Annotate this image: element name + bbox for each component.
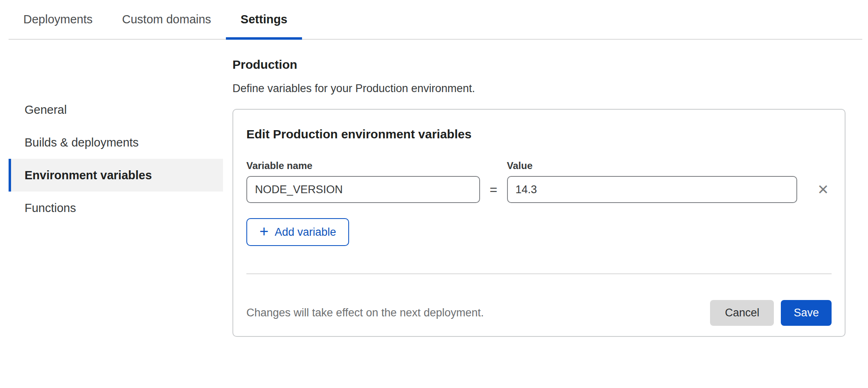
card-footer: Changes will take effect on the next dep… xyxy=(246,300,832,326)
sidebar-item-general-label: General xyxy=(25,103,67,117)
sidebar-item-builds-deployments-label: Builds & deployments xyxy=(25,136,139,149)
pages-project-settings-page: Deployments Custom domains Settings Gene… xyxy=(0,0,868,388)
variable-name-label: Variable name xyxy=(246,161,480,171)
page-subtitle: Define variables for your Production env… xyxy=(232,82,845,95)
value-input[interactable] xyxy=(507,176,798,203)
cancel-button[interactable]: Cancel xyxy=(710,300,774,326)
tab-custom-domains-label: Custom domains xyxy=(122,13,211,26)
page-title: Production xyxy=(232,40,845,71)
sidebar-item-functions-label: Functions xyxy=(25,201,76,215)
sidebar-item-environment-variables[interactable]: Environment variables xyxy=(9,159,223,192)
value-label: Value xyxy=(507,161,798,171)
sidebar-item-general[interactable]: General xyxy=(9,93,223,126)
close-icon: ✕ xyxy=(817,183,829,196)
settings-sidebar: General Builds & deployments Environment… xyxy=(9,93,223,224)
card-title: Edit Production environment variables xyxy=(246,110,832,140)
variable-name-field: Variable name xyxy=(246,161,480,203)
card-divider xyxy=(246,273,832,274)
tab-custom-domains[interactable]: Custom domains xyxy=(107,0,226,39)
tab-bar: Deployments Custom domains Settings xyxy=(9,0,862,40)
footer-actions: Cancel Save xyxy=(710,300,832,326)
save-button[interactable]: Save xyxy=(781,300,832,326)
tab-deployments-label: Deployments xyxy=(23,13,92,26)
main-panel: Production Define variables for your Pro… xyxy=(232,40,845,337)
tab-settings[interactable]: Settings xyxy=(226,0,302,39)
deployment-note: Changes will take effect on the next dep… xyxy=(246,307,484,319)
sidebar-item-builds-deployments[interactable]: Builds & deployments xyxy=(9,126,223,159)
sidebar-item-environment-variables-label: Environment variables xyxy=(25,169,152,182)
sidebar-item-functions[interactable]: Functions xyxy=(9,192,223,224)
value-field: Value xyxy=(507,161,798,203)
content-area: General Builds & deployments Environment… xyxy=(0,40,868,388)
tab-deployments[interactable]: Deployments xyxy=(9,0,107,39)
add-variable-button[interactable]: + Add variable xyxy=(246,218,349,246)
environment-variables-card: Edit Production environment variables Va… xyxy=(232,109,845,337)
equals-sign: = xyxy=(480,176,507,203)
tab-settings-label: Settings xyxy=(241,13,287,26)
variable-name-input[interactable] xyxy=(246,176,480,203)
variable-row: Variable name = Value ✕ xyxy=(246,161,832,203)
add-variable-label: Add variable xyxy=(275,226,336,239)
remove-variable-button[interactable]: ✕ xyxy=(814,176,832,203)
plus-icon: + xyxy=(259,223,268,239)
